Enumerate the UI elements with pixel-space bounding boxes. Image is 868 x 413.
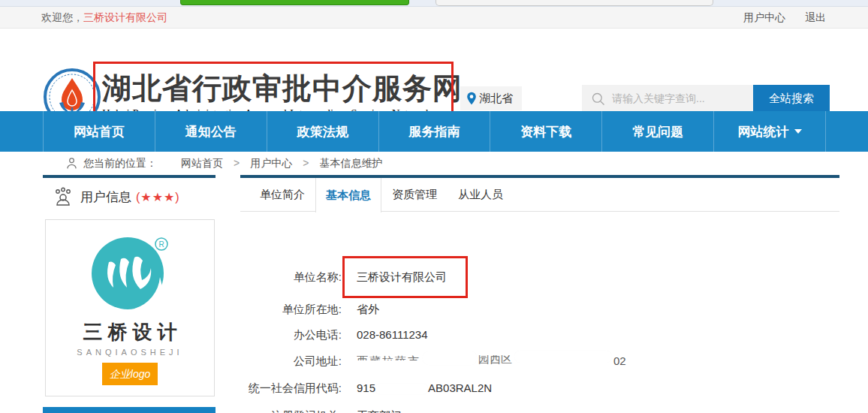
- browser-tab-remnant-green: [180, 0, 409, 5]
- main-panel: 单位简介 基本信息 资质管理 从业人员 单位名称: 三桥设计有限公司 单位所在地…: [240, 175, 839, 413]
- main-nav-items: 网站首页 通知公告 政策法规 服务指南 资料下载 常见问题 网站统计: [43, 111, 826, 152]
- company-logo-title: 三桥设计: [46, 319, 214, 345]
- form-row-credit-code: 统一社会信用代码: 915AB03RAL2N: [237, 381, 492, 396]
- logout-link[interactable]: 退出: [805, 7, 826, 29]
- sidebar-user-info-title: 用户信息: [80, 188, 131, 206]
- user-center-link[interactable]: 用户中心: [743, 7, 785, 29]
- field-value-credit-code-redacted: 915AB03RAL2N: [357, 381, 492, 396]
- main-nav: 网站首页 通知公告 政策法规 服务指南 资料下载 常见问题 网站统计: [0, 111, 868, 152]
- search-input[interactable]: 请输入关键字查询...: [582, 85, 753, 113]
- company-logo-card: R 三桥设计 SANQIAOSHEJI 企业logo: [45, 219, 215, 396]
- breadcrumb-items: 网站首页 > 用户中心 > 基本信息维护: [181, 157, 382, 170]
- location-label: 湖北省: [479, 92, 513, 106]
- search-icon: [591, 92, 606, 107]
- nav-item-notices[interactable]: 通知公告: [155, 111, 267, 152]
- form-row-company-name: 单位名称: 三桥设计有限公司: [237, 270, 447, 285]
- tab-qualification-management[interactable]: 资质管理: [381, 178, 448, 211]
- user-star-rating: (★★★): [136, 190, 180, 204]
- page: 欢迎您，三桥设计有限公司 用户中心 退出 湖北省行政审批中介服务网 Hubei …: [0, 0, 868, 413]
- nav-item-policies[interactable]: 政策法规: [267, 111, 378, 152]
- address-fragment-middle: 园西区: [478, 355, 512, 366]
- nav-item-home[interactable]: 网站首页: [43, 111, 155, 152]
- search-placeholder: 请输入关键字查询...: [612, 92, 705, 106]
- welcome-prefix: 欢迎您，: [41, 11, 83, 23]
- field-value-company-address-redacted: 西藏拉萨市儿 园西区 02: [357, 354, 627, 369]
- field-label: 单位所在地:: [237, 302, 342, 317]
- address-fragment-tail: 02: [613, 354, 626, 369]
- sidebar-next-section-bar: [43, 407, 215, 413]
- form-row-location: 单位所在地: 省外: [237, 302, 379, 317]
- field-label: 统一社会信用代码:: [237, 381, 342, 396]
- field-value-company-name: 三桥设计有限公司: [357, 270, 447, 285]
- company-logo-subtitle: SANQIAOSHEJI: [46, 348, 214, 357]
- breadcrumb-separator: >: [234, 157, 240, 170]
- tab-employees[interactable]: 从业人员: [448, 178, 514, 211]
- nav-item-site-stats-label: 网站统计: [738, 123, 789, 140]
- address-fragment-left: 西藏拉萨市儿: [357, 354, 433, 360]
- field-value-registration-authority: 工商部门: [357, 408, 402, 413]
- breadcrumb-prefix: 您当前的位置：: [83, 157, 157, 170]
- map-pin-icon: [466, 92, 477, 105]
- redaction-smudge: [514, 351, 612, 363]
- field-value-location: 省外: [357, 302, 379, 317]
- redaction-smudge: [375, 384, 428, 394]
- field-label: 公司地址:: [237, 354, 342, 369]
- breadcrumb-basic-info[interactable]: 基本信息维护: [319, 157, 382, 170]
- topbar-links: 用户中心 退出: [743, 7, 826, 29]
- company-logo-image: R: [88, 231, 172, 315]
- location-selector[interactable]: 湖北省: [460, 86, 522, 110]
- breadcrumb-separator: >: [303, 157, 309, 170]
- nav-item-service-guide[interactable]: 服务指南: [378, 111, 490, 152]
- breadcrumb-user-center[interactable]: 用户中心: [250, 157, 292, 170]
- site-header: 湖北省行政审批中介服务网 Hubei Province Administrati…: [0, 29, 868, 111]
- credit-code-prefix: 915: [357, 381, 375, 394]
- enterprise-logo-button[interactable]: 企业logo: [102, 363, 158, 385]
- field-label: 注册登记机关:: [237, 408, 342, 413]
- breadcrumb: 您当前的位置： 网站首页 > 用户中心 > 基本信息维护: [0, 152, 868, 175]
- credit-code-suffix: AB03RAL2N: [428, 381, 492, 394]
- user-network-icon: [53, 187, 73, 206]
- redaction-smudge: [423, 351, 477, 365]
- form-row-company-address: 公司地址: 西藏拉萨市儿 园西区 02: [237, 354, 627, 369]
- svg-text:R: R: [158, 240, 164, 249]
- person-icon: [66, 157, 77, 170]
- browser-tab-remnant-gray: [436, 0, 713, 6]
- site-title: 湖北省行政审批中介服务网: [102, 71, 455, 106]
- chevron-down-icon: [794, 129, 802, 134]
- nav-item-site-stats[interactable]: 网站统计: [713, 111, 826, 152]
- field-label: 办公电话:: [237, 327, 342, 342]
- field-label: 单位名称:: [237, 270, 342, 285]
- nav-item-downloads[interactable]: 资料下载: [490, 111, 601, 152]
- topbar: 欢迎您，三桥设计有限公司 用户中心 退出: [0, 7, 868, 29]
- tab-company-profile[interactable]: 单位简介: [249, 178, 315, 211]
- sidebar-user-info-header: 用户信息 (★★★): [43, 175, 215, 216]
- breadcrumb-home[interactable]: 网站首页: [181, 157, 223, 170]
- nav-item-faq[interactable]: 常见问题: [601, 111, 713, 152]
- search-button[interactable]: 全站搜索: [753, 85, 830, 113]
- form-row-registration-authority: 注册登记机关: 工商部门: [237, 408, 402, 413]
- field-value-office-phone: 028-86111234: [357, 327, 428, 342]
- welcome-company-name: 三桥设计有限公司: [83, 11, 167, 23]
- browser-edge-strip: [0, 0, 868, 7]
- tab-bar: 单位简介 基本信息 资质管理 从业人员: [240, 178, 839, 212]
- form-row-office-phone: 办公电话: 028-86111234: [237, 327, 428, 342]
- welcome-text: 欢迎您，三桥设计有限公司: [41, 7, 167, 29]
- tab-basic-info[interactable]: 基本信息: [315, 178, 381, 213]
